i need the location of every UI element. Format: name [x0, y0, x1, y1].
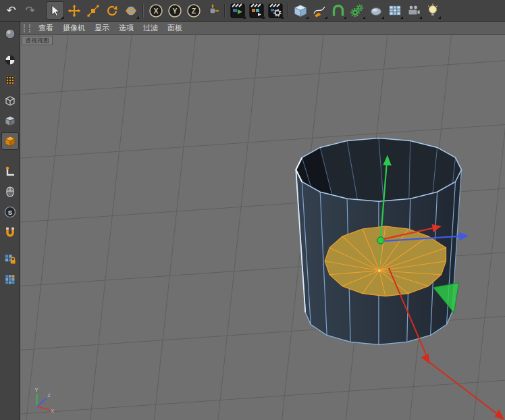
toolbar-separator: [40, 3, 45, 19]
world-z-axis: [37, 398, 47, 406]
viewport-menubar: 查看 摄像机 显示 选项 过滤 面板: [20, 22, 505, 35]
menu-panel[interactable]: 面板: [163, 22, 187, 34]
snap-button[interactable]: S: [1, 203, 19, 221]
toolbar-separator: [285, 3, 290, 19]
rotate-tool-button[interactable]: [103, 1, 121, 20]
scale-tool-button[interactable]: [84, 1, 102, 20]
svg-text:Y: Y: [172, 7, 177, 15]
axis-mode-button[interactable]: [1, 163, 19, 180]
point-grid-icon: [3, 74, 17, 87]
coordinate-system-icon: [206, 4, 219, 18]
tool-sphere-icon: [124, 4, 138, 18]
volume-builder-button[interactable]: [386, 1, 404, 20]
redo-button[interactable]: ↷: [21, 1, 39, 20]
top-toolbar: ↶ ↷: [0, 0, 505, 22]
cursor-arrow-icon: [49, 4, 62, 18]
svg-text:Z: Z: [191, 7, 196, 15]
subdivision-surface-button[interactable]: [329, 1, 347, 20]
add-spline-pen-button[interactable]: [310, 1, 328, 20]
workplane-grid-icon: [3, 272, 17, 286]
axis-extension-arrowhead[interactable]: [421, 353, 430, 364]
edge-mode-button[interactable]: [1, 92, 19, 109]
add-camera-button[interactable]: [404, 1, 423, 20]
mouse-icon: [3, 185, 17, 199]
viewport-scene: Y X Z: [20, 35, 505, 420]
z-axis-icon: Z: [186, 3, 201, 18]
move-icon: [68, 4, 81, 18]
lock-y-axis-button[interactable]: Y: [165, 1, 184, 20]
render-settings-icon: [268, 3, 283, 18]
viewport-label[interactable]: 透视视图: [22, 36, 53, 45]
menubar-grip[interactable]: [24, 24, 30, 32]
checker-ball-icon: [3, 53, 17, 67]
render-view-icon: [230, 3, 245, 18]
scale-icon: [86, 4, 100, 18]
viewport-column: 查看 摄像机 显示 选项 过滤 面板 透视视图: [20, 22, 505, 420]
axis-extension-line-2[interactable]: [429, 362, 500, 416]
world-x-label: X: [51, 409, 55, 413]
edit-render-settings-button[interactable]: [266, 1, 284, 20]
viewport-solo-button[interactable]: [1, 183, 19, 201]
y-axis-icon: Y: [167, 3, 182, 18]
gizmo-center-handle[interactable]: [377, 237, 384, 244]
menu-view[interactable]: 查看: [34, 22, 58, 34]
render-to-picture-viewer-button[interactable]: [247, 1, 265, 20]
world-z-label: Z: [48, 393, 51, 398]
menu-camera[interactable]: 摄像机: [58, 22, 90, 34]
menu-options[interactable]: 选项: [114, 22, 138, 34]
axis-l-icon: [3, 165, 17, 178]
x-axis-icon: X: [149, 3, 163, 18]
rotate-icon: [105, 4, 119, 18]
left-mode-toolbar: S: [0, 22, 20, 420]
coordinate-system-button[interactable]: [203, 1, 221, 20]
model-mode-button[interactable]: [1, 112, 19, 130]
lock-z-axis-button[interactable]: Z: [184, 1, 203, 20]
last-used-tool-button[interactable]: [122, 1, 140, 20]
magnet-snap-button[interactable]: [1, 224, 19, 241]
environment-object-button[interactable]: [367, 1, 385, 20]
volume-grid-icon: [388, 3, 402, 18]
toolbar-separator: [140, 3, 146, 19]
menu-display[interactable]: 显示: [90, 22, 114, 34]
editable-sphere-icon: [3, 27, 17, 41]
live-selection-button[interactable]: [46, 1, 64, 20]
light-bulb-icon: [425, 3, 440, 18]
perspective-viewport[interactable]: 透视视图: [20, 35, 505, 420]
add-cube-primitive-button[interactable]: [291, 1, 309, 20]
camera-icon: [406, 3, 421, 18]
svg-text:S: S: [7, 209, 11, 216]
undo-icon: ↶: [6, 5, 16, 16]
redo-icon: ↷: [25, 5, 34, 16]
main-area: S: [0, 22, 505, 420]
spline-pen-icon: [312, 3, 327, 18]
point-mode-button[interactable]: [1, 72, 19, 89]
add-light-button[interactable]: [423, 1, 442, 20]
undo-button[interactable]: ↶: [2, 1, 20, 20]
move-tool-button[interactable]: [65, 1, 83, 20]
make-editable-button[interactable]: [1, 25, 19, 43]
c4d-window: ↶ ↷: [0, 0, 505, 420]
face-center-point[interactable]: [377, 269, 381, 272]
polygon-mode-button[interactable]: [1, 132, 19, 150]
axis-extension-arrowhead-2[interactable]: [494, 409, 504, 420]
workplane-mode-button[interactable]: [1, 270, 19, 288]
snap-s-icon: S: [3, 205, 17, 219]
gears-icon: [350, 3, 365, 18]
toolbar-separator: [222, 3, 228, 19]
svg-text:X: X: [153, 7, 158, 15]
menu-filter[interactable]: 过滤: [138, 22, 163, 34]
world-x-axis: [37, 406, 50, 410]
cube-primitive-icon: [293, 3, 308, 18]
lock-workplane-button[interactable]: [1, 250, 19, 267]
texture-mode-button[interactable]: [1, 51, 19, 69]
environment-blob-icon: [369, 3, 383, 18]
lock-grid-icon: [3, 252, 17, 265]
render-picture-viewer-icon: [249, 3, 264, 18]
render-view-button[interactable]: [228, 1, 246, 20]
world-y-label: Y: [35, 388, 38, 392]
solid-cube-icon: [3, 114, 17, 128]
modeling-generators-button[interactable]: [348, 1, 366, 20]
wire-cube-icon: [3, 94, 17, 107]
lock-x-axis-button[interactable]: X: [147, 1, 165, 20]
gizmo-z-arrowhead[interactable]: [458, 232, 469, 240]
